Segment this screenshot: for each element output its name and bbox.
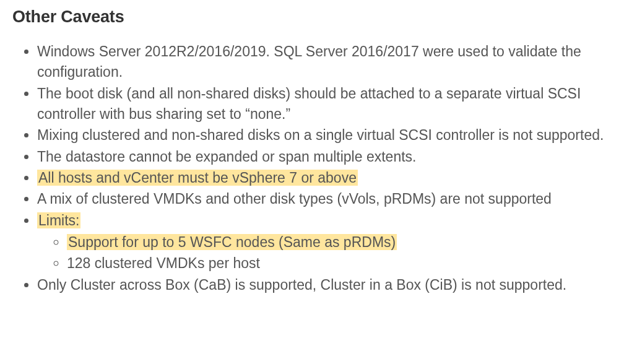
- list-item: Only Cluster across Box (CaB) is support…: [37, 275, 625, 295]
- list-item: Windows Server 2012R2/2016/2019. SQL Ser…: [37, 41, 625, 83]
- list-item: Support for up to 5 WSFC nodes (Same as …: [67, 232, 625, 253]
- list-item: The datastore cannot be expanded or span…: [37, 147, 625, 167]
- list-item: 128 clustered VMDKs per host: [67, 253, 625, 274]
- list-item: The boot disk (and all non-shared disks)…: [37, 84, 625, 125]
- list-item: Mixing clustered and non-shared disks on…: [37, 125, 625, 145]
- limits-sublist: Support for up to 5 WSFC nodes (Same as …: [37, 232, 625, 274]
- highlighted-text: Support for up to 5 WSFC nodes (Same as …: [67, 234, 397, 250]
- list-item: Limits: Support for up to 5 WSFC nodes (…: [37, 210, 625, 274]
- caveats-list: Windows Server 2012R2/2016/2019. SQL Ser…: [12, 41, 625, 295]
- list-item: A mix of clustered VMDKs and other disk …: [37, 189, 625, 209]
- section-heading: Other Caveats: [12, 7, 625, 27]
- highlighted-text: Limits:: [37, 212, 80, 228]
- highlighted-text: All hosts and vCenter must be vSphere 7 …: [37, 170, 358, 186]
- list-item: All hosts and vCenter must be vSphere 7 …: [37, 168, 625, 188]
